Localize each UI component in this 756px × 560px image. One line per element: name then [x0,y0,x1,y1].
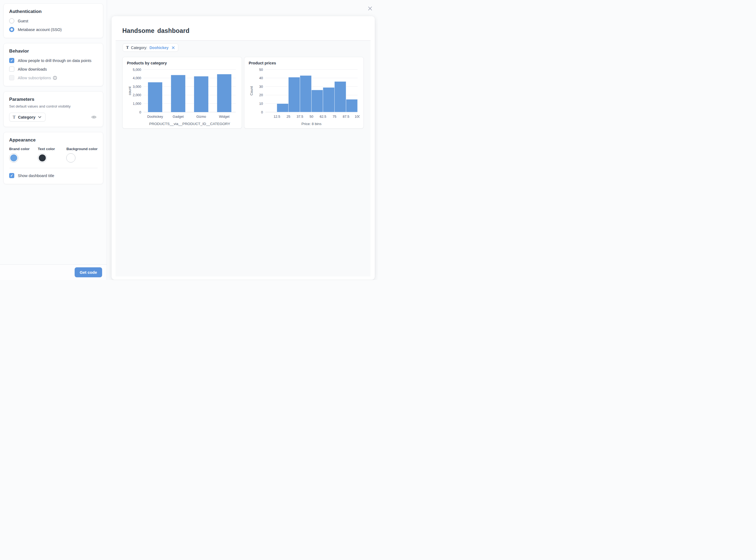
chart-title: Products by category [127,61,237,65]
category-parameter-dropdown[interactable]: T Category [9,113,45,122]
svg-text:4,000: 4,000 [133,76,141,80]
svg-text:50: 50 [259,68,263,72]
products-by-category-chart-card: Products by category 01,0002,0003,0004,0… [122,57,242,128]
svg-text:Gizmo: Gizmo [197,115,206,119]
svg-text:25: 25 [287,115,290,119]
svg-text:40: 40 [259,76,263,80]
filter-chip-value: Doohickey [149,45,169,50]
svg-text:20: 20 [259,93,263,97]
info-icon [53,76,57,80]
guest-radio[interactable] [9,18,14,23]
downloads-label: Allow downloads [18,67,47,72]
appearance-divider [9,168,98,168]
parameter-visibility-eye-icon[interactable] [90,114,98,120]
svg-text:50: 50 [310,115,313,119]
brand-color-label: Brand color [9,147,31,151]
auth-option-sso[interactable]: Metabase account (SSO) [9,27,98,32]
subscriptions-label: Allow subscriptions [18,76,51,80]
text-parameter-icon: T [126,45,129,49]
svg-text:2,000: 2,000 [133,93,141,97]
svg-text:87.5: 87.5 [343,115,349,119]
svg-text:Doohickey: Doohickey [147,115,163,119]
svg-text:Widget: Widget [219,115,229,119]
sso-radio[interactable] [9,27,14,32]
background-color-label: Background color [66,147,98,151]
embed-settings-panel: Authentication Guest Metabase account (S… [0,0,107,280]
parameters-card: Parameters Set default values and contro… [3,92,103,127]
downloads-row[interactable]: ✓ Allow downloads [9,66,98,72]
svg-text:3,000: 3,000 [133,85,141,89]
guest-radio-label: Guest [18,19,28,23]
downloads-checkbox[interactable]: ✓ [9,66,14,72]
appearance-card: Appearance Brand color Text color Backgr… [3,132,103,184]
svg-text:75: 75 [333,115,336,119]
svg-text:12.5: 12.5 [274,115,280,119]
check-icon: ✓ [10,59,13,62]
svg-text:5,000: 5,000 [133,68,141,72]
product-prices-chart[interactable]: 0102030405012.52537.55062.57587.5100Pric… [249,66,359,127]
show-dashboard-title-row[interactable]: ✓ Show dashboard title [9,173,98,178]
category-filter-chip[interactable]: T Category: Doohickey [123,43,178,52]
svg-text:30: 30 [259,85,263,89]
subscriptions-row: ✓ Allow subscriptions [9,75,98,80]
filter-chip-param-label: Category: [131,45,147,50]
svg-text:Gadget: Gadget [173,115,184,119]
product-prices-chart-card: Product prices 0102030405012.52537.55062… [244,57,364,128]
behavior-card: Behavior ✓ Allow people to drill through… [3,43,103,86]
svg-text:0: 0 [261,111,263,114]
svg-text:Count: Count [249,86,253,95]
drill-through-row[interactable]: ✓ Allow people to drill through on data … [9,58,98,63]
svg-text:count: count [128,86,132,95]
subscriptions-checkbox: ✓ [9,75,14,80]
drill-through-checkbox[interactable]: ✓ [9,58,14,63]
drill-through-label: Allow people to drill through on data po… [18,59,91,63]
svg-text:37.5: 37.5 [297,115,303,119]
close-icon[interactable] [366,5,374,14]
svg-text:10: 10 [259,102,263,106]
authentication-card: Authentication Guest Metabase account (S… [3,3,103,38]
appearance-title: Appearance [9,137,98,143]
text-parameter-icon: T [13,115,16,119]
get-code-button[interactable]: Get code [75,267,102,277]
svg-text:62.5: 62.5 [320,115,326,119]
dashboard-body: T Category: Doohickey Products by catego… [116,40,370,277]
chart-title: Product prices [249,61,359,65]
dashboard-preview-card: Handsome dashboard T Category: Doohickey… [111,16,375,280]
parameters-subtitle: Set default values and control visibilit… [9,104,98,108]
preview-area: Handsome dashboard T Category: Doohickey… [107,0,378,280]
svg-text:1,000: 1,000 [133,102,141,106]
text-color-swatch[interactable] [38,153,47,162]
background-color-swatch[interactable] [66,153,76,162]
products-by-category-chart[interactable]: 01,0002,0003,0004,0005,000DoohickeyGadge… [127,66,237,127]
svg-text:0: 0 [139,111,141,114]
text-color-label: Text color [38,147,60,151]
svg-text:PRODUCTS__via__PRODUCT_ID__CAT: PRODUCTS__via__PRODUCT_ID__CATEGORY [149,122,230,126]
category-parameter-label: Category [18,115,36,119]
filter-chip-close-icon[interactable] [171,46,175,49]
sso-radio-label: Metabase account (SSO) [18,27,62,32]
authentication-title: Authentication [9,9,98,14]
check-icon: ✓ [10,174,13,177]
show-dashboard-title-label: Show dashboard title [18,174,54,178]
svg-text:Price: 8 bins: Price: 8 bins [302,122,322,126]
show-dashboard-title-checkbox[interactable]: ✓ [9,173,14,178]
svg-text:100: 100 [355,115,360,119]
parameters-title: Parameters [9,97,98,102]
dashboard-title: Handsome dashboard [122,27,189,35]
settings-footer: Get code [0,264,107,280]
brand-color-swatch[interactable] [9,153,18,162]
auth-option-guest[interactable]: Guest [9,18,98,23]
behavior-title: Behavior [9,48,98,54]
chevron-down-icon [38,116,41,118]
